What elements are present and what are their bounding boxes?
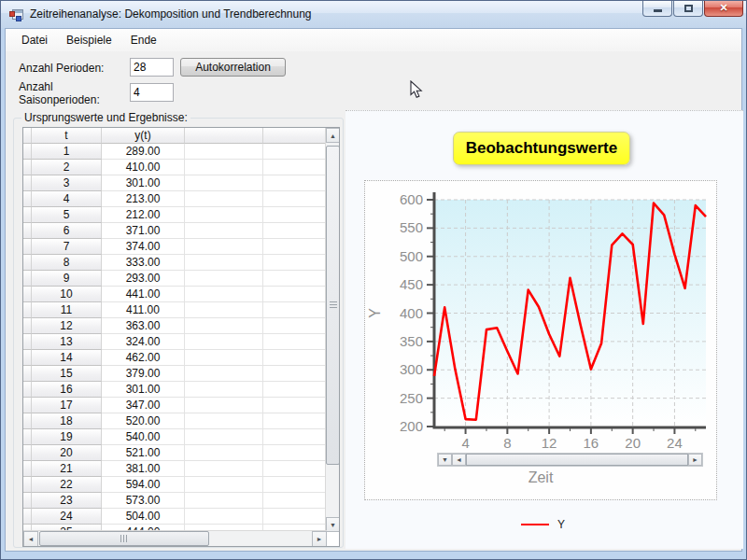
- table-row[interactable]: 18520.00: [23, 413, 327, 429]
- minimize-button[interactable]: [642, 1, 672, 17]
- svg-text:500: 500: [400, 248, 423, 264]
- cell-empty: [263, 144, 327, 160]
- table-row[interactable]: 20521.00: [23, 445, 327, 461]
- table-row[interactable]: 12363.00: [23, 318, 327, 334]
- cell-empty: [263, 398, 327, 413]
- scroll-right-button[interactable]: ►: [312, 531, 327, 547]
- table-row[interactable]: 7374.00: [23, 239, 327, 255]
- cell-empty: [185, 207, 263, 223]
- cell-yt: 293.00: [102, 271, 185, 287]
- table-row[interactable]: 8333.00: [23, 255, 327, 271]
- cell-empty: [185, 382, 263, 398]
- maximize-button[interactable]: [673, 1, 703, 17]
- cell-empty: [185, 398, 263, 413]
- cell-empty: [185, 144, 263, 160]
- menu-item-datei[interactable]: Datei: [12, 30, 57, 50]
- table-row[interactable]: 22594.00: [23, 477, 327, 493]
- cell-empty: [263, 318, 327, 334]
- mouse-cursor: [410, 80, 423, 99]
- cell-empty: [185, 509, 263, 525]
- row-header-cell: [23, 175, 32, 191]
- table-row[interactable]: 24504.00: [23, 509, 327, 525]
- table-row[interactable]: 5212.00: [23, 207, 327, 223]
- table-row[interactable]: 9293.00: [23, 271, 327, 287]
- menu-item-ende[interactable]: Ende: [121, 30, 166, 50]
- grid-horizontal-scrollbar[interactable]: ◄ ►: [23, 530, 327, 546]
- cell-t: 11: [32, 302, 102, 318]
- cell-empty: [185, 413, 263, 429]
- cell-t: 20: [32, 445, 102, 461]
- cell-yt: 594.00: [102, 477, 185, 493]
- legend-series-label: Y: [557, 518, 565, 531]
- table-row[interactable]: 13324.00: [23, 334, 327, 350]
- grid-header-col3[interactable]: [185, 128, 263, 144]
- cell-t: 23: [32, 493, 102, 509]
- title-bar[interactable]: Zeitreihenanalyse: Dekomposition und Tre…: [1, 1, 746, 28]
- scroll-down-button[interactable]: ▼: [326, 517, 340, 532]
- chart-scroll-thumb[interactable]: [466, 454, 688, 466]
- row-header-cell: [23, 461, 32, 477]
- table-row[interactable]: 2410.00: [23, 160, 327, 175]
- cell-empty: [185, 334, 263, 350]
- table-row[interactable]: 21381.00: [23, 461, 327, 477]
- chart-scrollbar[interactable]: ▼ ◄ ►: [437, 453, 703, 467]
- cell-t: 24: [32, 509, 102, 525]
- grid-header-col4[interactable]: [263, 128, 327, 144]
- periods-input[interactable]: [130, 58, 174, 77]
- table-row[interactable]: 14462.00: [23, 350, 327, 366]
- close-button[interactable]: ✕: [704, 1, 743, 17]
- table-row[interactable]: 11411.00: [23, 302, 327, 318]
- table-row[interactable]: 1289.00: [23, 144, 327, 160]
- grid-header-t[interactable]: t: [32, 128, 102, 144]
- svg-text:12: 12: [542, 435, 557, 451]
- cell-t: 16: [32, 382, 102, 398]
- chart-scroll-right-button[interactable]: ►: [688, 454, 702, 466]
- svg-text:Y: Y: [367, 308, 383, 318]
- table-row[interactable]: 23573.00: [23, 493, 327, 509]
- row-header-cell: [23, 191, 32, 207]
- cell-empty: [263, 175, 327, 191]
- table-row[interactable]: 17347.00: [23, 398, 327, 413]
- cell-yt: 410.00: [102, 160, 185, 175]
- cell-empty: [185, 302, 263, 318]
- chart-scroll-menu-button[interactable]: ▼: [438, 454, 452, 466]
- grid-header-yt[interactable]: y(t): [102, 128, 185, 144]
- table-row[interactable]: 16301.00: [23, 382, 327, 398]
- data-grid[interactable]: t y(t) 1289.002410.003301.004213.005212.…: [22, 127, 340, 547]
- row-header-cell: [23, 445, 32, 461]
- cell-empty: [185, 350, 263, 366]
- menu-item-beispiele[interactable]: Beispiele: [57, 30, 121, 50]
- chart-scroll-left-button[interactable]: ◄: [452, 454, 466, 466]
- season-periods-input[interactable]: [130, 83, 174, 102]
- row-header-cell: [23, 271, 32, 287]
- svg-text:450: 450: [400, 276, 423, 292]
- row-header-cell: [23, 160, 32, 175]
- scroll-up-button[interactable]: ▲: [326, 128, 340, 143]
- svg-text:4: 4: [461, 435, 469, 451]
- svg-text:300: 300: [400, 361, 423, 377]
- cell-t: 18: [32, 413, 102, 429]
- grid-vertical-scrollbar[interactable]: ▲ ▼: [325, 128, 339, 532]
- table-row[interactable]: 10441.00: [23, 287, 327, 302]
- scroll-left-button[interactable]: ◄: [23, 531, 38, 547]
- row-header-cell: [23, 255, 32, 271]
- table-row[interactable]: 3301.00: [23, 175, 327, 191]
- maximize-icon: [684, 5, 693, 12]
- vertical-scroll-thumb[interactable]: [326, 146, 340, 465]
- cell-empty: [263, 207, 327, 223]
- table-row[interactable]: 19540.00: [23, 429, 327, 445]
- table-row[interactable]: 4213.00: [23, 191, 327, 207]
- table-row[interactable]: 15379.00: [23, 366, 327, 382]
- cell-empty: [263, 239, 327, 255]
- cell-yt: 381.00: [102, 461, 185, 477]
- grid-header-row: t y(t): [23, 128, 339, 144]
- horizontal-scroll-thumb[interactable]: [39, 531, 209, 546]
- autocorrelation-button[interactable]: Autokorrelation: [180, 58, 286, 77]
- cell-t: 21: [32, 461, 102, 477]
- cell-empty: [185, 429, 263, 445]
- legend-series-line: [521, 524, 549, 525]
- cell-t: 17: [32, 398, 102, 413]
- cell-empty: [185, 191, 263, 207]
- cell-empty: [185, 255, 263, 271]
- table-row[interactable]: 6371.00: [23, 223, 327, 239]
